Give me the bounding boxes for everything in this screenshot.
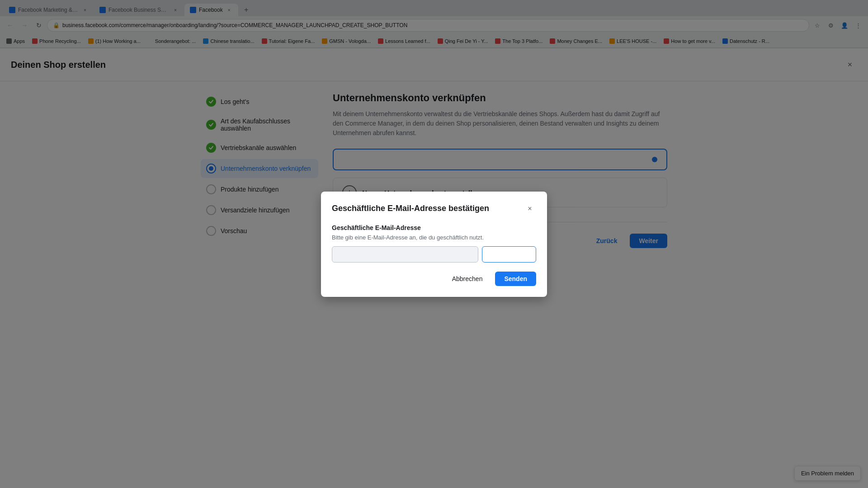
modal-email-input[interactable] bbox=[332, 246, 478, 263]
modal-email-sublabel: Bitte gib eine E-Mail-Adresse an, die du… bbox=[332, 234, 536, 241]
modal-close-button[interactable]: × bbox=[524, 202, 536, 215]
modal-email-label: Geschäftliche E-Mail-Adresse bbox=[332, 224, 536, 231]
modal-cancel-button[interactable]: Abbrechen bbox=[445, 272, 490, 286]
modal-email-row bbox=[332, 246, 536, 263]
modal-send-input[interactable] bbox=[482, 246, 536, 263]
modal-header: Geschäftliche E-Mail-Adresse bestätigen … bbox=[332, 202, 536, 215]
email-confirmation-modal: Geschäftliche E-Mail-Adresse bestätigen … bbox=[321, 192, 547, 297]
modal-overlay: Geschäftliche E-Mail-Adresse bestätigen … bbox=[0, 0, 868, 488]
modal-title: Geschäftliche E-Mail-Adresse bestätigen bbox=[332, 204, 489, 213]
modal-footer: Abbrechen Senden bbox=[332, 272, 536, 286]
modal-send-button[interactable]: Senden bbox=[495, 272, 536, 286]
